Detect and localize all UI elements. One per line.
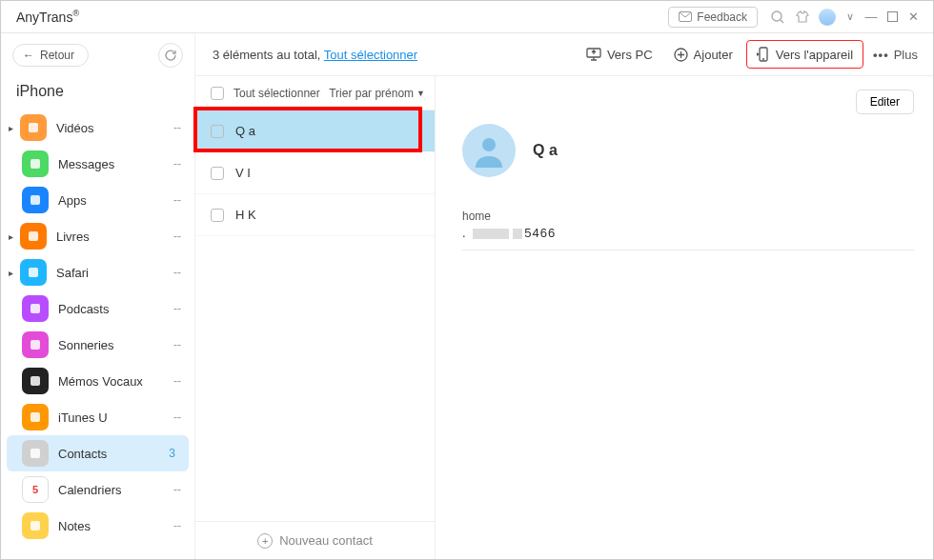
sidebar-item-count: 3 [169,447,175,460]
row-checkbox[interactable] [211,125,224,138]
sidebar-item-notes[interactable]: Notes-- [1,508,194,544]
expand-icon: ▸ [9,268,20,278]
contacts-icon [22,440,49,467]
sidebar-item-podcasts[interactable]: Podcasts-- [1,290,194,327]
add-button[interactable]: Ajouter [666,43,741,67]
sidebar-item-count: -- [173,193,181,207]
minimize-icon[interactable]: — [861,10,882,24]
contact-row[interactable]: Q a [195,110,435,152]
total-count-text: 3 éléments au total, Tout sélectionner [213,48,417,62]
sidebar-item-label: Notes [58,519,173,533]
grad-icon [22,404,49,430]
expand-icon: ▸ [9,123,20,133]
svg-point-1 [772,11,782,21]
field-label: home [462,210,914,223]
svg-rect-8 [30,304,40,313]
sidebar-item-label: Sonneries [58,338,173,352]
expand-icon: ▸ [9,231,20,242]
books-icon [20,223,47,250]
svg-rect-10 [30,376,40,386]
sidebar-item-count: -- [173,266,181,279]
contact-row[interactable]: V I [195,152,435,194]
svg-rect-4 [30,159,40,169]
new-contact-button[interactable]: +Nouveau contact [195,521,435,559]
dropdown-icon[interactable]: ∨ [840,10,861,23]
svg-rect-9 [30,340,40,350]
contact-row-name: Q a [235,124,255,138]
svg-rect-12 [30,449,40,458]
contact-avatar-icon [462,124,516,177]
to-device-icon [757,47,770,62]
export-pc-icon [586,48,601,61]
sidebar-item-count: -- [173,519,181,532]
feedback-button[interactable]: Feedback [668,7,758,28]
sidebar-item-apps[interactable]: Apps-- [1,182,194,218]
app-brand: AnyTrans® [16,9,79,25]
cal-icon: 5 [22,476,49,503]
refresh-button[interactable] [158,43,183,68]
sidebar-item-safari[interactable]: ▸Safari-- [1,254,194,290]
app-icon [22,187,49,213]
sidebar-item-messages[interactable]: Messages-- [1,146,194,182]
shirt-icon[interactable] [792,7,813,28]
to-device-button[interactable]: Vers l'appareil [746,40,863,69]
sidebar-item-label: Contacts [58,447,169,461]
maximize-icon[interactable] [882,11,903,22]
more-button[interactable]: •••Plus [873,48,918,62]
svg-rect-13 [30,521,40,530]
sidebar-item-livres[interactable]: ▸Livres-- [1,218,194,254]
row-checkbox[interactable] [211,209,224,222]
contact-field: home . 5466 [462,210,914,250]
sidebar: ←Retour iPhone ▸Vidéos--Messages--Apps--… [1,33,195,559]
row-checkbox[interactable] [211,167,224,180]
sidebar-item-count: -- [173,410,181,424]
search-icon[interactable] [767,7,788,28]
contact-detail-pane: Editer Q a home . 5466 [436,76,933,559]
sidebar-item-count: -- [173,230,181,243]
sidebar-item-count: -- [173,157,181,170]
sidebar-item-label: Apps [58,193,173,208]
sidebar-item-label: Messages [58,157,173,171]
sidebar-item-vidéos[interactable]: ▸Vidéos-- [1,110,194,146]
svg-point-17 [482,138,496,151]
select-all-checkbox[interactable] [211,87,224,100]
select-all-link[interactable]: Tout sélectionner [324,48,417,62]
sidebar-item-mémos-vocaux[interactable]: Mémos Vocaux-- [1,363,194,399]
sidebar-item-label: Podcasts [58,302,173,316]
svg-rect-6 [29,231,38,241]
sidebar-item-itunes-u[interactable]: iTunes U-- [1,399,194,435]
podcast-icon [22,295,49,322]
sidebar-item-label: Livres [56,230,173,244]
sidebar-item-label: iTunes U [58,410,173,425]
videos-icon [20,114,47,141]
svg-rect-7 [29,268,38,277]
svg-rect-11 [30,412,40,422]
field-value: . 5466 [462,226,914,240]
toolbar: 3 éléments au total, Tout sélectionner V… [195,33,933,75]
edit-button[interactable]: Editer [856,90,914,114]
sidebar-item-calendriers[interactable]: 5Calendriers-- [1,471,194,508]
device-title: iPhone [1,77,194,110]
svg-rect-3 [29,123,38,132]
to-pc-button[interactable]: Vers PC [579,43,660,67]
sort-dropdown[interactable]: Trier par prénom▼ [329,87,425,100]
sidebar-item-label: Vidéos [56,121,173,135]
close-icon[interactable]: ✕ [903,10,924,24]
sidebar-item-count: -- [173,483,181,496]
select-all-label: Tout sélectionner [234,87,320,100]
sidebar-item-label: Mémos Vocaux [58,374,173,389]
contact-name: Q a [533,142,558,159]
user-avatar-icon[interactable] [817,7,838,28]
sidebar-item-count: -- [173,338,181,351]
svg-rect-2 [887,12,897,22]
contact-row-name: H K [235,208,256,222]
bell-icon [22,331,49,358]
title-bar: AnyTrans® Feedback ∨ — ✕ [1,1,933,33]
back-button[interactable]: ←Retour [12,44,89,67]
sidebar-item-sonneries[interactable]: Sonneries-- [1,327,194,363]
contact-row[interactable]: H K [195,194,435,236]
sidebar-item-contacts[interactable]: Contacts3 [7,435,189,471]
chat-icon [22,150,49,177]
contact-list-pane: Tout sélectionner Trier par prénom▼ Q aV… [195,76,436,559]
voice-icon [22,368,49,394]
